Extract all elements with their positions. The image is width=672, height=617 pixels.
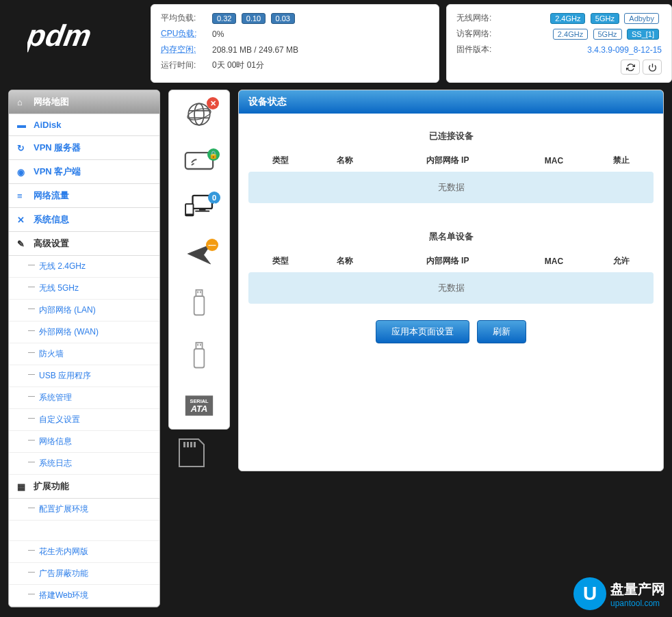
device-icon-column: ✕ 🔒 0 — [168, 90, 230, 430]
status-dot-error: ✕ [207, 97, 219, 109]
status-dot-warning: — [206, 239, 218, 251]
load-badge-1: 0.32 [212, 13, 236, 24]
nav-advanced[interactable]: ✎高级设置 [9, 232, 159, 256]
svg-rect-13 [194, 296, 205, 315]
nav-sub-9[interactable]: 系统日志 [9, 453, 159, 475]
adbyby-badge[interactable]: Adbyby [624, 13, 659, 24]
uptime-value: 0天 00时 01分 [212, 60, 264, 71]
logo: pdm [0, 0, 151, 75]
watermark-url: upantool.com [610, 599, 665, 608]
vpn-server-icon: ↻ [17, 143, 28, 153]
col-header: 允许 [589, 250, 654, 272]
panel-title: 设备状态 [239, 90, 663, 114]
sata-icon[interactable]: SERIALATA [184, 394, 214, 419]
connected-devices-title: 已连接设备 [248, 123, 654, 149]
nav-traffic[interactable]: ≡网络流量 [9, 184, 159, 208]
load-badge-3: 0.03 [271, 13, 295, 24]
clients-status-icon[interactable]: 0 [183, 194, 215, 221]
guest-label: 访客网络: [456, 28, 508, 40]
svg-rect-11 [197, 291, 198, 293]
svg-rect-7 [195, 211, 209, 212]
svg-rect-9 [186, 205, 192, 213]
svg-rect-16 [200, 344, 201, 346]
grid-icon: ▦ [17, 482, 28, 492]
nav-extensions[interactable]: ▦扩展功能 [9, 475, 159, 499]
svg-rect-12 [200, 291, 201, 293]
apply-button[interactable]: 应用本页面设置 [376, 320, 469, 343]
status-dot-ok: 🔒 [207, 148, 220, 161]
wireless-status-icon[interactable]: 🔒 [184, 151, 214, 174]
col-header: 内部网络 IP [377, 250, 519, 272]
svg-rect-17 [194, 349, 205, 368]
col-header: 名称 [313, 250, 377, 272]
usb1-icon[interactable] [191, 289, 207, 321]
svg-rect-21 [183, 442, 185, 447]
list-icon: ≡ [17, 191, 28, 201]
connected-devices-table: 类型名称内部网络 IPMAC禁止 无数据 [248, 149, 654, 203]
home-icon: ⌂ [17, 97, 28, 107]
nav-sub-7[interactable]: 自定义设置 [9, 409, 159, 431]
nav-aidisk[interactable]: ▬AiDisk [9, 114, 159, 136]
svg-rect-6 [199, 209, 205, 211]
guest-5ghz-badge[interactable]: 5GHz [593, 29, 622, 40]
nav-ext2-1[interactable]: 广告屏蔽功能 [9, 563, 159, 585]
wifi-24ghz-badge[interactable]: 2.4GHz [550, 13, 585, 24]
disk-icon: ▬ [17, 120, 28, 130]
nav-sub-3[interactable]: 外部网络 (WAN) [9, 321, 159, 343]
guest-24ghz-badge[interactable]: 2.4GHz [553, 29, 588, 40]
watermark-logo: U [573, 577, 606, 610]
ss-badge[interactable]: SS_[1] [627, 29, 659, 40]
refresh-icon-button[interactable] [621, 60, 640, 75]
globe-icon: ◉ [17, 167, 28, 177]
nav-sub-5[interactable]: USB 应用程序 [9, 365, 159, 387]
nav-sub-1[interactable]: 无线 5GHz [9, 278, 159, 300]
mem-free-label[interactable]: 内存空闲: [161, 44, 212, 55]
status-box-network: 无线网络: 2.4GHz 5GHz Adbyby 访客网络: 2.4GHz 5G… [446, 4, 672, 83]
shuffle-icon: ✕ [17, 215, 28, 225]
firmware-version-link[interactable]: 3.4.3.9-099_8-12-15 [587, 45, 662, 55]
nav-vpn-client[interactable]: ◉VPN 客户端 [9, 160, 159, 184]
wrench-icon: ✎ [17, 239, 28, 249]
col-header: MAC [519, 149, 590, 172]
usb2-icon[interactable] [191, 341, 207, 373]
uptime-label: 运行时间: [161, 60, 212, 71]
avg-load-label: 平均负载: [161, 12, 212, 24]
watermark-text: 盘量产网 [610, 580, 665, 599]
nav-ext2-2[interactable]: 搭建Web环境 [9, 585, 159, 607]
svg-point-2 [194, 103, 204, 125]
col-header: 禁止 [589, 149, 654, 172]
svg-rect-15 [197, 344, 198, 346]
internet-status-icon[interactable]: ✕ [185, 100, 214, 131]
nav-sub-2[interactable]: 内部网络 (LAN) [9, 300, 159, 321]
col-header: MAC [519, 250, 590, 272]
nav-network-map[interactable]: ⌂ 网络地图 [9, 90, 159, 114]
nodata-row: 无数据 [248, 172, 654, 203]
nav-sub-4[interactable]: 防火墙 [9, 343, 159, 365]
cpu-load-value: 0% [212, 29, 224, 39]
svg-rect-10 [196, 290, 202, 296]
blacklist-devices-table: 类型名称内部网络 IPMAC允许 无数据 [248, 250, 654, 304]
wifi-5ghz-badge[interactable]: 5GHz [591, 13, 619, 24]
blacklist-devices-title: 黑名单设备 [248, 224, 654, 250]
nodata-row: 无数据 [248, 272, 654, 304]
refresh-button[interactable]: 刷新 [477, 320, 526, 343]
nav-ext-0[interactable]: 配置扩展环境 [9, 499, 159, 521]
firmware-label: 固件版本: [456, 44, 508, 55]
cpu-load-label[interactable]: CPU负载: [161, 28, 212, 40]
sdcard-icon[interactable] [177, 436, 207, 471]
watermark: U 盘量产网 upantool.com [573, 577, 665, 610]
mem-free-value: 208.91 MB / 249.67 MB [212, 45, 298, 55]
nav-sub-8[interactable]: 网络信息 [9, 431, 159, 453]
device-status-panel: 设备状态 已连接设备 类型名称内部网络 IPMAC禁止 无数据 黑名单设备 类型… [238, 90, 664, 471]
nav-ext2-0[interactable]: 花生壳内网版 [9, 541, 159, 563]
col-header: 名称 [313, 149, 377, 172]
nav-sysinfo[interactable]: ✕系统信息 [9, 208, 159, 232]
nav-sub-6[interactable]: 系统管理 [9, 387, 159, 409]
nav-sub-0[interactable]: 无线 2.4GHz [9, 256, 159, 278]
power-icon-button[interactable] [643, 60, 662, 75]
svg-rect-24 [194, 442, 196, 447]
svg-text:ATA: ATA [190, 404, 207, 414]
airplane-icon[interactable]: — [185, 241, 213, 268]
status-box-system: 平均负载: 0.32 0.10 0.03 CPU负载: 0% 内存空闲: 208… [151, 4, 439, 83]
nav-vpn-server[interactable]: ↻VPN 服务器 [9, 136, 159, 160]
